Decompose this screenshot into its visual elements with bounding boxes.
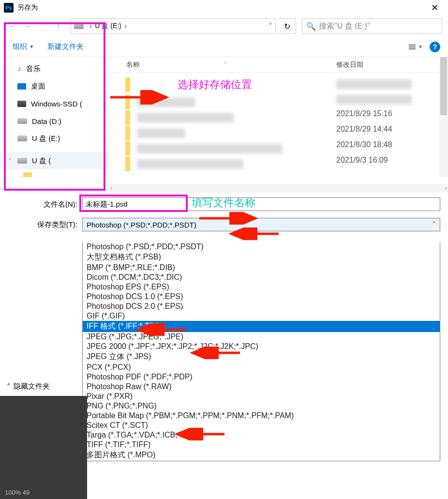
filetype-option[interactable]: TIFF (*.TIF;*.TIFF): [83, 440, 440, 450]
chevron-down-icon: ▼: [29, 44, 34, 49]
search-icon: 🔍: [306, 22, 316, 31]
status-bar: 100% 49: [0, 396, 87, 499]
red-arrow-icon: [199, 212, 262, 225]
explorer-area: ← → ˅ ↑ › U 盘 (E:) › ˅ ↻ 🔍 搜索"U 盘 (E:)" …: [0, 15, 448, 190]
filetype-option[interactable]: Photoshop Raw (*.RAW): [83, 382, 440, 392]
file-date: 2021/8/30 18:48: [336, 140, 392, 149]
photoshop-app-icon: Ps: [4, 3, 14, 13]
blurred-date: [336, 95, 412, 105]
red-arrow-icon: [110, 90, 173, 105]
tree-item-udrive[interactable]: U 盘 (E:): [0, 130, 108, 147]
filetype-option[interactable]: PNG (*.PNG;*.PNG): [83, 401, 440, 411]
folder-icon: [125, 157, 130, 171]
drive-icon: [17, 158, 27, 164]
filetype-option[interactable]: Photoshop DCS 1.0 (*.EPS): [83, 292, 440, 302]
back-button[interactable]: ←: [6, 20, 18, 32]
blurred-date: [336, 79, 412, 89]
filename-label: 文件名(N):: [8, 200, 82, 209]
filetype-option[interactable]: BMP (*.BMP;*.RLE;*.DIB): [83, 263, 440, 272]
forward-button[interactable]: →: [21, 20, 34, 32]
file-date: 2021/8/29 15:16: [336, 109, 392, 118]
filetype-option[interactable]: Scitex CT (*.SCT): [83, 421, 440, 430]
view-mode-button[interactable]: ▼: [409, 44, 423, 49]
sort-icon: ˄: [224, 61, 227, 68]
up-button[interactable]: ↑: [52, 20, 65, 32]
search-placeholder: 搜索"U 盘 (E:)": [319, 21, 370, 31]
address-dropdown-icon[interactable]: ˅: [269, 22, 272, 31]
tree-item-music[interactable]: ♪音乐: [0, 60, 108, 77]
ssd-icon: [17, 101, 26, 107]
zoom-level: 100% 49: [5, 489, 30, 496]
file-list: 名称 ˄ 修改日期 选择好存储位置 2021/8/29 15:16 2021/8…: [108, 57, 448, 177]
close-button[interactable]: ✕: [425, 0, 444, 15]
drive-icon: [17, 136, 27, 141]
organize-button[interactable]: 组织 ▼: [9, 40, 38, 53]
tree-item-data[interactable]: Data (D:): [0, 112, 108, 130]
filetype-option[interactable]: Photoshop EPS (*.EPS): [83, 282, 440, 292]
red-arrow-icon: [132, 323, 194, 336]
music-icon: ♪: [17, 64, 21, 73]
filetype-option[interactable]: Dicom (*.DCM;*.DC3;*.DIC): [83, 272, 440, 282]
content-area: ♪音乐 桌面 Windows-SSD ( Data (D:) U 盘 (E:) …: [0, 57, 448, 177]
vertical-scrollbar[interactable]: [439, 57, 448, 177]
search-input[interactable]: 🔍 搜索"U 盘 (E:)": [302, 18, 442, 34]
filetype-option[interactable]: JPEG 2000 (*.JPF;*.JPX;*.JP2;*.J2C;*.J2K…: [83, 342, 440, 351]
tree-subfolder[interactable]: [0, 169, 108, 177]
col-date[interactable]: 修改日期: [336, 60, 363, 69]
folder-icon: [125, 126, 130, 140]
chevron-down-icon: ˅: [432, 220, 436, 229]
annotation-choose-location: 选择好存储位置: [178, 77, 252, 92]
folder-icon: [125, 141, 130, 156]
filetype-option[interactable]: GIF (*.GIF): [83, 311, 440, 321]
filetype-option[interactable]: Portable Bit Map (*.PBM;*.PGM;*.PPM;*.PN…: [83, 411, 440, 421]
folder-icon: [23, 172, 32, 177]
chevron-down-icon[interactable]: ˅: [37, 20, 49, 32]
filetype-option[interactable]: 多图片格式 (*.MPO): [83, 450, 440, 461]
drive-icon: [74, 23, 84, 29]
tree-item-ssd[interactable]: Windows-SSD (: [0, 95, 108, 112]
hide-folders-button[interactable]: ˄ 隐藏文件夹: [0, 377, 87, 396]
file-date: 2021/8/29 14:44: [336, 125, 392, 134]
filetype-option[interactable]: Pixar (*.PXR): [83, 392, 440, 401]
tree-item-udrive-sel[interactable]: ˅U 盘 (: [0, 152, 108, 169]
filetype-option[interactable]: Targa (*.TGA;*.VDA;*.ICB;*.VST): [83, 430, 440, 440]
red-arrow-icon: [224, 227, 287, 240]
chevron-right-icon: ›: [90, 22, 92, 30]
folder-icon: [125, 110, 130, 125]
filetype-option[interactable]: JPEG 立体 (*.JPS): [83, 351, 440, 363]
desktop-icon: [17, 83, 26, 90]
filename-input[interactable]: [82, 197, 440, 211]
refresh-button[interactable]: ↻: [279, 18, 296, 34]
chevron-up-icon: ˄: [7, 382, 11, 391]
folder-tree: ♪音乐 桌面 Windows-SSD ( Data (D:) U 盘 (E:) …: [0, 57, 108, 177]
chevron-right-icon: ›: [124, 22, 127, 30]
file-date: 2021/9/3 16:09: [336, 156, 388, 165]
address-row: ← → ˅ ↑ › U 盘 (E:) › ˅ ↻ 🔍 搜索"U 盘 (E:)": [0, 15, 448, 37]
drive-icon: [17, 118, 27, 124]
filetype-option[interactable]: 大型文档格式 (*.PSB): [83, 252, 440, 263]
filetype-option[interactable]: Photoshop (*.PSD;*.PDD;*.PSDT): [83, 242, 440, 252]
annotation-fill-filename: 填写文件名称: [192, 196, 255, 210]
chevron-down-icon[interactable]: ˅: [9, 158, 12, 164]
toolbar: 组织 ▼ 新建文件夹 ▼ ?: [0, 37, 448, 57]
file-list-header: 名称 ˄ 修改日期: [109, 57, 448, 73]
filetype-option[interactable]: Photoshop PDF (*.PDF;*.PDP): [83, 372, 440, 382]
window-title: 另存为: [17, 3, 38, 12]
red-arrow-icon: [170, 428, 233, 440]
red-arrow-icon: [186, 347, 249, 359]
new-folder-button[interactable]: 新建文件夹: [44, 40, 88, 53]
bottom-panel: ˄ 隐藏文件夹 100% 49: [0, 377, 87, 499]
help-button[interactable]: ?: [430, 42, 440, 52]
filetype-option[interactable]: Photoshop DCS 2.0 (*.EPS): [83, 302, 440, 311]
filetype-option[interactable]: PCX (*.PCX): [83, 363, 440, 372]
col-name[interactable]: 名称: [126, 60, 140, 69]
address-bar[interactable]: › U 盘 (E:) › ˅: [71, 18, 276, 34]
tree-item-desktop[interactable]: 桌面: [0, 77, 108, 95]
address-text: U 盘 (E:): [95, 22, 121, 30]
titlebar: Ps 另存为 ✕: [0, 0, 448, 15]
filetype-dropdown: Photoshop (*.PSD;*.PDD;*.PSDT)大型文档格式 (*.…: [82, 242, 440, 461]
filetype-label: 保存类型(T):: [8, 220, 82, 229]
